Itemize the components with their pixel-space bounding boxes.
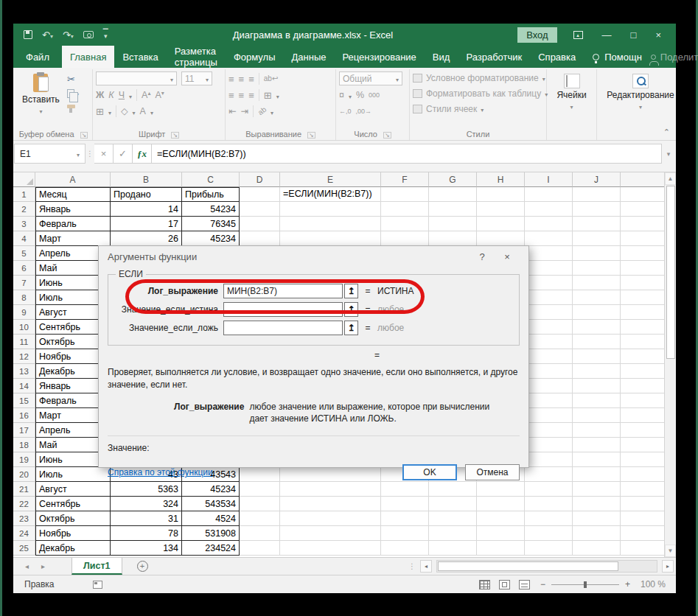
font-size-combo[interactable]: 11 — [181, 71, 212, 85]
ribbon-tab[interactable]: Разработчик — [458, 46, 530, 68]
cell-d[interactable] — [240, 202, 280, 217]
chevron-down-icon[interactable] — [129, 88, 132, 102]
cell-f[interactable] — [381, 541, 429, 556]
cell-i[interactable] — [525, 408, 573, 423]
cell-d[interactable] — [240, 217, 280, 231]
camera-icon[interactable] — [83, 31, 94, 38]
cell-f[interactable] — [381, 482, 429, 497]
name-box[interactable]: E1 — [14, 144, 85, 164]
currency-format-button[interactable]: ¤ — [339, 90, 344, 100]
cell-b[interactable]: 5363 — [111, 482, 182, 497]
select-all-corner[interactable] — [13, 172, 35, 187]
argument-input[interactable]: МИН(B2:B7) — [223, 284, 343, 298]
cell-h[interactable] — [477, 541, 525, 556]
cell-d[interactable] — [240, 541, 280, 556]
page-layout-view-icon[interactable] — [499, 580, 510, 589]
sheet-tab-list1[interactable]: Лист1 — [71, 558, 122, 575]
formula-input[interactable]: =ЕСЛИ(МИН(B2:B7)) — [152, 144, 662, 164]
align-center-icon[interactable] — [239, 88, 245, 102]
cell-k[interactable] — [621, 217, 664, 231]
row-header[interactable]: 8 — [13, 290, 35, 305]
cell-c[interactable]: 531908 — [182, 526, 240, 541]
ribbon-display-options-icon[interactable]: ▴ — [573, 31, 583, 39]
row-header[interactable]: 25 — [13, 541, 35, 556]
scroll-left-icon[interactable]: ◂ — [420, 560, 432, 573]
row-header[interactable]: 2 — [13, 202, 35, 217]
row-header[interactable]: 13 — [13, 364, 35, 379]
confirm-entry-button[interactable]: ✓ — [114, 144, 133, 164]
cell-h[interactable] — [477, 187, 525, 202]
collapse-dialog-icon[interactable] — [344, 302, 358, 317]
cell-a[interactable]: Декабрь — [35, 541, 111, 556]
cell-k[interactable] — [621, 393, 664, 408]
expand-formula-bar-icon[interactable]: ▾ — [662, 144, 675, 164]
cell-i[interactable] — [525, 335, 573, 349]
cell-j[interactable] — [573, 423, 621, 438]
align-left-icon[interactable] — [228, 88, 234, 102]
cell-k[interactable] — [621, 541, 664, 556]
cell-k[interactable] — [621, 187, 664, 202]
normal-view-icon[interactable] — [479, 580, 490, 589]
styles-menu-item[interactable]: Форматировать как таблицу — [413, 86, 548, 101]
cell-f[interactable] — [381, 511, 429, 526]
cell-j[interactable] — [573, 349, 621, 364]
cell-i[interactable] — [525, 187, 573, 202]
column-header[interactable]: H — [477, 172, 525, 187]
cell-j[interactable] — [573, 541, 621, 556]
cell-c[interactable]: 54234 — [182, 202, 240, 217]
cell-a[interactable]: Месяц — [35, 187, 111, 202]
cell-a[interactable]: Март — [35, 231, 111, 246]
dialog-launcher-icon[interactable] — [80, 130, 88, 139]
cell-j[interactable] — [573, 379, 621, 393]
share-button[interactable]: Поделиться — [651, 46, 698, 68]
cell-e[interactable] — [280, 497, 381, 511]
cell-j[interactable] — [573, 452, 621, 467]
cell-d[interactable] — [240, 482, 280, 497]
percent-format-button[interactable]: % — [356, 90, 364, 100]
signin-button[interactable]: Вход — [517, 27, 556, 43]
format-painter-icon[interactable] — [67, 105, 75, 108]
cell-j[interactable] — [573, 393, 621, 408]
cell-j[interactable] — [573, 364, 621, 379]
cell-i[interactable] — [525, 231, 573, 246]
scroll-right-icon[interactable]: ▸ — [662, 560, 674, 573]
cell-k[interactable] — [621, 335, 664, 349]
column-header[interactable]: D — [240, 172, 280, 187]
cell-j[interactable] — [573, 467, 621, 482]
wrap-text-button[interactable]: ab↩ — [264, 74, 279, 83]
cell-i[interactable] — [525, 482, 573, 497]
argument-input[interactable] — [223, 302, 343, 317]
shrink-font-button[interactable]: А▾ — [155, 90, 164, 100]
row-header[interactable]: 10 — [13, 320, 35, 335]
zoom-slider[interactable] — [551, 584, 619, 585]
zoom-out-icon[interactable]: − — [540, 579, 545, 589]
prev-sheet-icon[interactable]: ◂ — [25, 562, 29, 570]
cell-g[interactable] — [429, 497, 477, 511]
cell-a[interactable]: Январь — [35, 202, 111, 217]
column-header[interactable]: A — [35, 172, 111, 187]
insert-function-button[interactable]: ƒx — [133, 144, 152, 164]
cell-e[interactable] — [280, 526, 381, 541]
column-header[interactable]: I — [525, 172, 573, 187]
cell-d[interactable] — [240, 511, 280, 526]
column-header[interactable]: B — [111, 172, 182, 187]
collapse-ribbon-icon[interactable]: ⌃ — [663, 127, 670, 137]
row-header[interactable]: 20 — [13, 467, 35, 482]
row-header[interactable]: 18 — [13, 438, 35, 452]
cell-k[interactable] — [621, 202, 664, 217]
cell-i[interactable] — [525, 305, 573, 320]
increase-indent-button[interactable]: ⇥ — [240, 105, 248, 116]
bold-button[interactable]: Ж — [96, 90, 104, 100]
cell-k[interactable] — [621, 438, 664, 452]
customize-qat-button[interactable]: ▔▾ — [103, 31, 108, 38]
cell-e[interactable] — [280, 541, 381, 556]
cell-i[interactable] — [525, 541, 573, 556]
cell-k[interactable] — [621, 276, 664, 290]
cell-h[interactable] — [477, 526, 525, 541]
cell-j[interactable] — [573, 408, 621, 423]
cell-b[interactable]: 324 — [111, 497, 182, 511]
dialog-launcher-icon[interactable] — [171, 130, 179, 139]
cell-d[interactable] — [240, 187, 280, 202]
scroll-up-icon[interactable]: ▲ — [665, 172, 676, 185]
cell-d[interactable] — [240, 231, 280, 246]
